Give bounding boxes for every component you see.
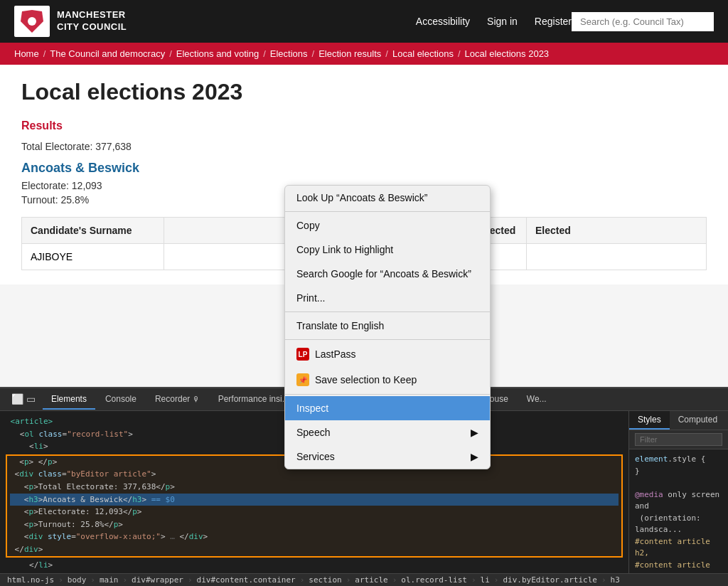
breadcrumb-sep-6: / — [458, 48, 461, 59]
results-heading: Results — [21, 119, 707, 132]
breadcrumb-elections[interactable]: Elections — [270, 48, 308, 59]
logo-area: MANCHESTER CITY COUNCIL — [14, 6, 416, 37]
svg-point-1 — [28, 17, 36, 26]
ward-name-container: Ancoats & Beswick — [21, 161, 707, 176]
logo-text: MANCHESTER CITY COUNCIL — [57, 9, 127, 33]
context-menu-search-google[interactable]: Search Google for “Ancoats & Beswick” — [285, 262, 490, 284]
register-link[interactable]: Register — [535, 16, 572, 27]
breadcrumb-council[interactable]: The Council and democracy — [50, 48, 165, 59]
search-input[interactable] — [572, 12, 714, 31]
context-menu-sep-1 — [285, 211, 490, 212]
breadcrumb-local-elections[interactable]: Local elections — [392, 48, 454, 59]
context-menu-lookup[interactable]: Look Up “Ancoats & Beswick” — [285, 186, 490, 210]
header-nav: Accessibility Sign in Register — [416, 16, 572, 27]
breadcrumb-home[interactable]: Home — [14, 48, 39, 59]
breadcrumb-elections-voting[interactable]: Elections and voting — [176, 48, 259, 59]
site-header: MANCHESTER CITY COUNCIL Accessibility Si… — [0, 0, 728, 43]
logo-icon — [14, 6, 50, 37]
context-menu-copy[interactable]: Copy — [285, 213, 490, 238]
sign-in-link[interactable]: Sign in — [487, 16, 518, 27]
table-cell-surname: AJIBOYE — [22, 244, 164, 270]
table-header-elected: Elected — [527, 218, 707, 244]
ward-name: Ancoats & Beswick — [21, 161, 139, 175]
context-menu-overlay: Look Up “Ancoats & Beswick” Copy Copy Li… — [284, 185, 491, 284]
table-header-surname: Candidate's Surname — [22, 218, 164, 244]
breadcrumb-sep-5: / — [385, 48, 388, 59]
total-electorate: Total Electorate: 377,638 — [21, 141, 707, 152]
accessibility-link[interactable]: Accessibility — [416, 16, 470, 27]
breadcrumb-sep-2: / — [169, 48, 172, 59]
breadcrumb-sep-3: / — [263, 48, 266, 59]
breadcrumb-sep-1: / — [43, 48, 46, 59]
breadcrumb-local-elections-2023: Local elections 2023 — [465, 48, 550, 59]
page-title: Local elections 2023 — [21, 79, 707, 105]
context-menu-copy-link[interactable]: Copy Link to Highlight — [285, 238, 490, 262]
breadcrumb-sep-4: / — [312, 48, 315, 59]
table-cell-elected — [527, 244, 707, 270]
context-menu: Look Up “Ancoats & Beswick” Copy Copy Li… — [284, 185, 491, 284]
breadcrumb: Home / The Council and democracy / Elect… — [0, 43, 728, 65]
breadcrumb-election-results[interactable]: Election results — [318, 48, 381, 59]
